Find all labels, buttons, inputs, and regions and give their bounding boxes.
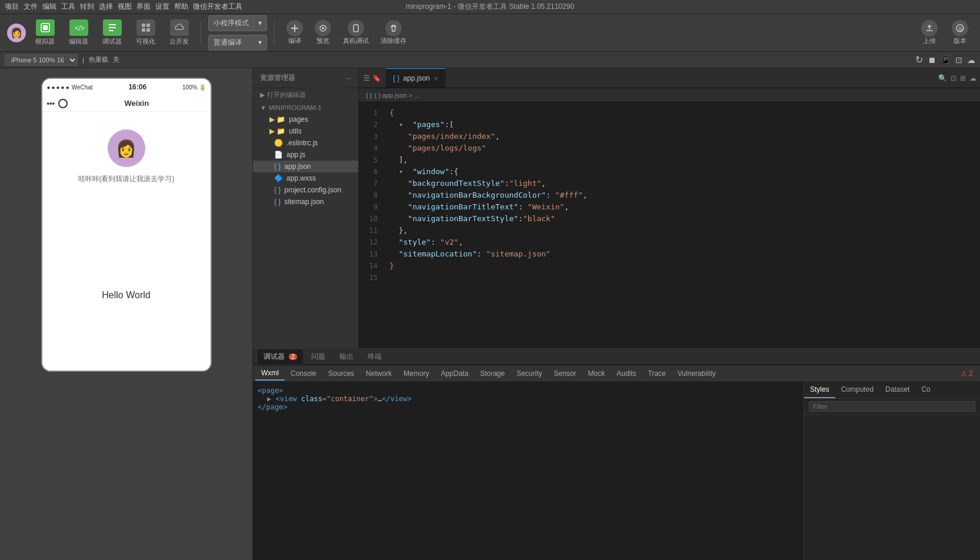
- folder-icon-utils: ▶ 📁: [269, 127, 285, 135]
- editor-btn[interactable]: </> 编辑器: [64, 17, 93, 48]
- hot-reload-label: 热重载: [89, 55, 108, 64]
- version-btn[interactable]: 版 版本: [947, 18, 973, 48]
- editor-icon-1[interactable]: ☰: [364, 74, 370, 82]
- html-line-2: ▶ <view class="container">…</view>: [258, 395, 799, 403]
- file-item-sitemap[interactable]: { } sitemap.json: [253, 196, 358, 208]
- search-icon[interactable]: 🔍: [938, 74, 947, 82]
- file-section-open[interactable]: ▶ 打开的编辑器: [253, 88, 358, 102]
- debugger-tab-terminal[interactable]: 终端: [362, 349, 388, 364]
- visual-label: 可视化: [136, 37, 155, 46]
- styles-tab-computed[interactable]: Computed: [835, 382, 879, 398]
- cloud-icon-device[interactable]: ☁: [967, 55, 975, 65]
- bottom-panel: 调试器 2 问题 输出 终端 Wxml Console Sources Netw…: [253, 348, 980, 560]
- devtools-tabs: Wxml Console Sources Network Memory AppD…: [253, 365, 980, 382]
- phone-icon[interactable]: 📱: [941, 55, 951, 65]
- menu-item-goto[interactable]: 转到: [80, 2, 94, 12]
- compile-btn[interactable]: 编译: [282, 18, 308, 48]
- editor-breadcrumb: { } { } app.json > ...: [359, 88, 980, 102]
- mode-select-label: 小程序模式: [214, 18, 249, 28]
- file-item-pages[interactable]: ▶ 📁 pages: [253, 114, 358, 125]
- file-section-project[interactable]: ▼ MINIPROGRAM-1: [253, 102, 358, 114]
- preview-btn[interactable]: 预览: [310, 18, 336, 48]
- phone-nav-bar: ••• Weixin: [42, 95, 211, 112]
- styles-filter: [804, 399, 980, 415]
- debugger-tab-debugger[interactable]: 调试器 2: [258, 349, 303, 364]
- tab-label: app.json: [403, 74, 429, 82]
- editor-right-icons: 🔍 ⊡ ⊞ ☁: [935, 68, 980, 88]
- devtools-tab-sources[interactable]: Sources: [322, 367, 360, 380]
- devtools-tab-memory[interactable]: Memory: [398, 367, 435, 380]
- debugger-tabs: 调试器 2 问题 输出 终端: [253, 349, 980, 365]
- devtools-tab-security[interactable]: Security: [511, 367, 548, 380]
- devtools-tab-vulnerability[interactable]: Vulnerability: [672, 367, 722, 380]
- devtools-tab-trace[interactable]: Trace: [642, 367, 672, 380]
- mode-select[interactable]: 小程序模式 ▾: [208, 15, 267, 31]
- file-section-open-label: 打开的编辑器: [267, 91, 306, 99]
- devtools-tab-wxml[interactable]: Wxml: [255, 366, 285, 381]
- file-item-sitemap-label: sitemap.json: [284, 198, 324, 206]
- debugger-tab-output[interactable]: 输出: [334, 349, 359, 364]
- menu-item-edit[interactable]: 编辑: [42, 2, 56, 12]
- upload-btn[interactable]: 上传: [916, 18, 942, 48]
- split-icon[interactable]: ⊡: [951, 74, 956, 82]
- stop-btn[interactable]: ⏹: [928, 55, 936, 65]
- menu-item-tools[interactable]: 工具: [61, 2, 75, 12]
- devtools-tab-console[interactable]: Console: [285, 367, 322, 380]
- visual-btn[interactable]: 可视化: [131, 17, 160, 48]
- file-item-appjson[interactable]: { } app.json: [253, 161, 358, 172]
- simulator-btn[interactable]: 模拟器: [31, 17, 59, 48]
- devtools-tab-appdata[interactable]: AppData: [435, 367, 474, 380]
- code-line-12: "style": "v2",: [389, 236, 973, 248]
- menu-item-file[interactable]: 文件: [24, 2, 38, 12]
- editor-tab-appjson[interactable]: { } app.json ✕: [386, 68, 446, 88]
- devtools-html[interactable]: <page> ▶ <view class="container">…</view…: [253, 382, 804, 560]
- clear-cache-label: 清除缓存: [381, 36, 406, 45]
- menu-item-select[interactable]: 选择: [99, 2, 113, 12]
- devtools-tab-storage[interactable]: Storage: [474, 367, 511, 380]
- device-select[interactable]: iPhone 5 100% 16: [5, 54, 78, 66]
- styles-tab-styles[interactable]: Styles: [804, 382, 835, 398]
- refresh-btn[interactable]: ↻: [915, 54, 923, 65]
- code-line-5: ],: [389, 154, 973, 166]
- file-icon-appjson: { }: [274, 162, 281, 171]
- file-item-appwxss[interactable]: 🔷 app.wxss: [253, 172, 358, 184]
- code-line-10: "navigationBarTextStyle":"black": [389, 213, 973, 225]
- debugger-btn[interactable]: 调试器: [98, 17, 126, 48]
- tree-expand-icon[interactable]: ▶: [267, 395, 271, 403]
- real-machine-btn[interactable]: 真机调试: [338, 18, 374, 48]
- menu-item-help[interactable]: 帮助: [174, 2, 188, 12]
- file-item-projectconfig[interactable]: { } project.config.json: [253, 184, 358, 196]
- device-separator: |: [82, 56, 84, 64]
- filter-input[interactable]: [809, 401, 975, 412]
- file-item-eslint[interactable]: 🟡 .eslintrc.js: [253, 137, 358, 149]
- file-item-utils[interactable]: ▶ 📁 utils: [253, 125, 358, 137]
- cloud-editor-icon[interactable]: ☁: [969, 74, 976, 82]
- editor-icon-2[interactable]: 🔖: [372, 74, 381, 82]
- landscape-icon[interactable]: ⊡: [955, 55, 962, 65]
- devtools-tab-mock[interactable]: Mock: [582, 367, 611, 380]
- menu-item-settings[interactable]: 设置: [155, 2, 169, 12]
- menu-item-project[interactable]: 项目: [5, 2, 19, 12]
- menu-item-view[interactable]: 视图: [118, 2, 132, 12]
- cloud-btn[interactable]: 云开发: [165, 17, 194, 48]
- devtools-tab-network[interactable]: Network: [360, 367, 398, 380]
- debugger-label: 调试器: [102, 37, 122, 46]
- file-item-appjs[interactable]: 📄 app.js: [253, 149, 358, 161]
- phone-status-bar: ●●●●● WeChat 16:06 100% 🔋: [42, 79, 211, 95]
- phone-network: WeChat: [72, 84, 93, 91]
- devtools-tab-sensor[interactable]: Sensor: [548, 367, 582, 380]
- user-avatar[interactable]: 👩: [7, 24, 26, 42]
- html-line-1: <page>: [258, 386, 799, 395]
- menu-item-interface[interactable]: 界面: [136, 2, 151, 12]
- devtools-tab-audits[interactable]: Audits: [611, 367, 642, 380]
- menu-item-wechat[interactable]: 微信开发者工具: [193, 2, 242, 12]
- styles-tab-dataset[interactable]: Dataset: [879, 382, 915, 398]
- styles-tab-co[interactable]: Co: [915, 382, 936, 398]
- layout-icon[interactable]: ⊞: [960, 74, 966, 82]
- clear-cache-btn[interactable]: 清除缓存: [376, 18, 411, 48]
- file-panel-menu[interactable]: ···: [345, 74, 351, 82]
- debugger-tab-issues[interactable]: 问题: [305, 349, 331, 364]
- tab-close-btn[interactable]: ✕: [434, 75, 438, 82]
- editor-toolbar-icons[interactable]: ☰ 🔖: [359, 68, 386, 88]
- compiler-select[interactable]: 普通编译 ▾: [208, 35, 267, 51]
